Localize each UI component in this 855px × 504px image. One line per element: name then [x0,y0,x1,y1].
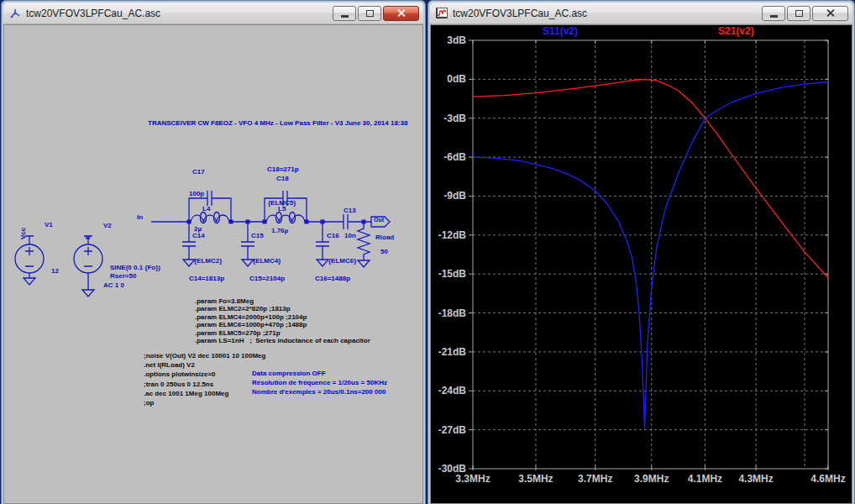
x-axis-label: 4.1MHz [688,473,722,485]
s11-curve [473,82,828,429]
window-title: tcw20VFOV3LPFCau_AC.asc [453,8,758,19]
ground-symbol [82,290,94,297]
schematic-label: 12 [51,267,59,275]
simulation-directives-line[interactable]: ;tran 0 250us 0 12.5ns [144,381,213,388]
y-axis-label: -24dB [438,385,467,396]
x-axis-label: 3.3MHz [455,473,490,485]
close-button[interactable] [812,6,848,21]
minimize-icon [341,15,349,18]
schematic-label: C16 [327,232,339,239]
schematic-label: C13 [344,207,356,214]
waveform-window[interactable]: tcw20VFOV3LPFCau_AC.asc S11(v2) S21(v2) … [428,0,855,504]
legend-s21[interactable]: S21(v2) [718,25,754,37]
param-directives-line[interactable]: .param Fo=3.8Meg [195,297,254,305]
window-title: tcw20VFOV3LPFCau_AC.asc [26,8,328,19]
maximize-icon [366,10,374,17]
y-axis-label: -15dB [438,268,467,280]
schematic-label: {ELMC4} [253,257,281,265]
schematic-drawing [4,25,423,504]
param-directives-line[interactable]: .param LS=1nH ; Series inductance of eac… [195,337,370,344]
ground-symbol [24,278,35,285]
y-axis-label: 3dB [447,34,466,46]
schematic-label: C15=2104p [249,275,285,282]
simulation-directives-line[interactable]: ;noise V(Out) V2 dec 10001 10 100Meg [144,352,265,360]
simulation-directives-line[interactable]: .net I(RLoad) V2 [144,361,195,369]
waveform-plot-pane[interactable]: S11(v2) S21(v2) 3dB0dB-3dB-6dB-9dB-12dB-… [430,24,852,504]
schematic-label: 10n [344,232,356,239]
inductor-l4[interactable] [191,213,229,223]
schematic-label: C15 [251,232,264,239]
capacitor-c13[interactable] [344,214,348,229]
ground-symbol [183,260,195,266]
schematic-heading: TRANSCEIVER CW F8EOZ - VFO 4 MHz - Low P… [148,119,407,127]
maximize-button[interactable] [787,6,810,21]
x-axis-label: 4.6MHz [810,473,845,485]
param-directives-line[interactable]: .param ELMC4=2000p+100p ;2104p [195,313,307,321]
y-axis-label: -6dB [443,151,466,163]
y-axis-label: -9dB [443,190,466,202]
y-axis-label: 0dB [447,73,466,85]
close-icon [396,8,406,18]
plot-border [473,40,828,469]
y-axis-label: -27dB [438,424,467,436]
ground-symbol [358,260,370,267]
param-directives-line[interactable]: .param ELMC2=2*820p ;1813p [195,305,291,312]
port-out-label: Out [374,217,384,223]
schematic-label: Vcc [19,228,27,239]
schematic-label: C14 [192,232,205,239]
schematic-label: {ELMC2} [194,257,222,265]
french-comments-line[interactable]: Data compression OFF [252,370,326,377]
y-axis-label: -12dB [438,229,467,241]
schematic-label: L5 [278,205,286,213]
schematic-label: Rser=50 [110,272,136,280]
voltage-source-v1[interactable] [15,236,44,285]
legend-s11[interactable]: S11(v2) [543,25,578,37]
frequency-response-chart[interactable]: 3dB0dB-3dB-6dB-9dB-12dB-15dB-18dB-21dB-2… [431,25,852,501]
ground-symbol [317,260,328,266]
resistor-rload[interactable] [358,222,370,267]
schematic-window-titlebar[interactable]: tcw20VFOV3LPFCau_AC.asc [3,3,423,24]
schematic-label: C18 [276,175,289,182]
simulation-directives-line[interactable]: .options plotwinsize=0 [144,370,216,378]
inductor-l5[interactable] [266,213,305,223]
ground-symbol [242,260,254,266]
y-axis-label: -3dB [443,113,466,124]
x-axis-label: 3.9MHz [634,473,669,485]
minimize-button[interactable] [762,6,785,21]
y-axis-label: -21dB [438,346,467,358]
schematic-label: L4 [202,205,210,213]
param-directives-line[interactable]: .param ELMC6=1000p+470p ;1488p [195,321,307,328]
simulation-directives-line[interactable]: ;op [144,399,154,407]
french-comments-line[interactable]: Nombre d'exemples = 20us/0.1ns=200 000 [252,388,386,396]
schematic-label: C14=1813p [189,275,224,282]
voltage-source-v2[interactable] [74,236,102,297]
schematic-canvas[interactable]: TRANSCEIVER CW F8EOZ - VFO 4 MHz - Low P… [3,24,423,504]
schematic-label: {ELMC6} [328,257,356,265]
schematic-label: 50 [380,248,388,255]
schematic-label: 1.76µ [271,227,288,234]
param-directives-line[interactable]: .param ELMC5=270p ;271p [195,329,281,337]
capacitor-c16[interactable] [316,222,329,266]
maximize-icon [795,10,803,17]
waveform-icon [435,7,448,20]
close-button[interactable] [383,6,419,21]
schematic-label: C17 [192,168,205,176]
schematic-label: E [84,235,92,239]
minimize-button[interactable] [333,6,356,21]
schematic-label: In [137,213,143,221]
ltspice-schematic-icon [8,7,22,20]
maximize-button[interactable] [358,6,381,21]
schematic-label: SINE(0 0.1 {Fo}) [110,264,160,271]
schematic-label: C16=1488p [315,275,350,282]
schematic-label: AC 1 0 [103,281,124,289]
simulation-directives-line[interactable]: .ac dec 1001 1Meg 100Meg [144,390,228,397]
french-comments-line[interactable]: Résolution de fréquence = 1/20us = 50KHz [252,379,387,386]
schematic-label: 100p [189,190,204,197]
x-axis-label: 4.3MHz [738,473,773,485]
schematic-label: C18=271p [267,165,299,173]
schematic-window[interactable]: tcw20VFOV3LPFCau_AC.asc [1,0,426,504]
x-axis-label: 3.5MHz [518,473,553,485]
schematic-label: V2 [103,222,112,229]
minimize-icon [770,15,778,18]
waveform-window-titlebar[interactable]: tcw20VFOV3LPFCau_AC.asc [430,3,852,24]
